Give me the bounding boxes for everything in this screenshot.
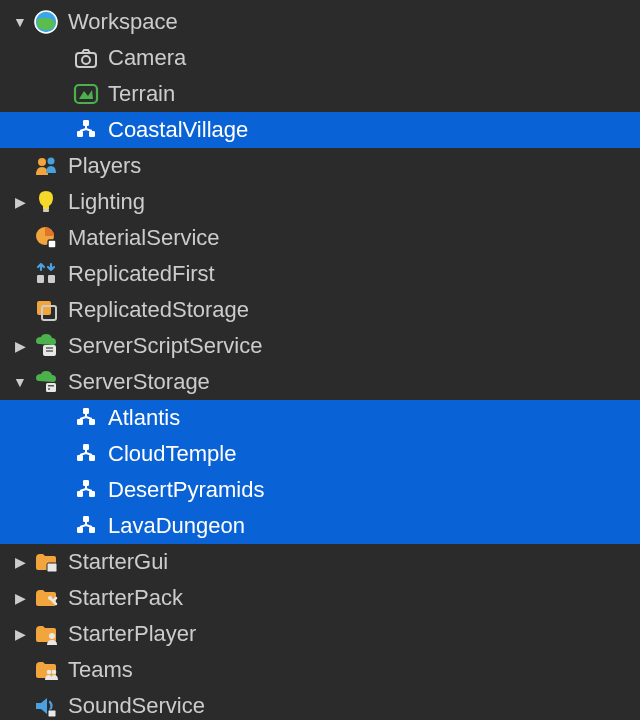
svg-rect-8 [89, 131, 95, 137]
svg-point-39 [47, 670, 52, 675]
tree-row-serverscriptservice[interactable]: ▶ ServerScriptService [0, 328, 640, 364]
tree-label: CoastalVillage [102, 117, 248, 143]
terrain-icon [70, 81, 102, 107]
sound-icon [30, 693, 62, 719]
lighting-icon [30, 189, 62, 215]
explorer-tree: ▼ Workspace ▶ Camera ▶ [0, 0, 640, 720]
svg-rect-33 [83, 516, 89, 522]
svg-rect-29 [89, 455, 95, 461]
tree-label: Terrain [102, 81, 175, 107]
tree-label: DesertPyramids [102, 477, 264, 503]
svg-rect-7 [77, 131, 83, 137]
tree-label: Camera [102, 45, 186, 71]
expand-arrow-down[interactable]: ▼ [10, 374, 30, 390]
svg-rect-6 [83, 120, 89, 126]
expand-arrow-right[interactable]: ▶ [10, 338, 30, 354]
svg-point-37 [48, 596, 52, 600]
svg-rect-22 [48, 385, 54, 387]
svg-rect-41 [48, 710, 56, 717]
tree-row-serverstorage[interactable]: ▼ ServerStorage [0, 364, 640, 400]
svg-rect-15 [48, 275, 55, 283]
tree-row-atlantis[interactable]: ▶ Atlantis [0, 400, 640, 436]
svg-point-38 [49, 633, 55, 639]
model-icon [70, 118, 102, 142]
starterpack-icon [30, 585, 62, 611]
svg-point-1 [37, 18, 55, 30]
svg-rect-28 [77, 455, 83, 461]
svg-point-10 [48, 158, 55, 165]
tree-row-lighting[interactable]: ▶ Lighting [0, 184, 640, 220]
svg-rect-32 [89, 491, 95, 497]
expand-arrow-right[interactable]: ▶ [10, 626, 30, 642]
tree-label: ServerStorage [62, 369, 210, 395]
camera-icon [70, 45, 102, 71]
svg-rect-34 [77, 527, 83, 533]
svg-point-23 [48, 388, 50, 390]
starterplayer-icon [30, 621, 62, 647]
tree-row-starterpack[interactable]: ▶ StarterPack [0, 580, 640, 616]
startergui-icon [30, 549, 62, 575]
tree-label: Teams [62, 657, 133, 683]
tree-label: ReplicatedStorage [62, 297, 249, 323]
tree-label: ServerScriptService [62, 333, 262, 359]
svg-point-9 [38, 158, 46, 166]
tree-row-replicatedfirst[interactable]: ▶ ReplicatedFirst [0, 256, 640, 292]
tree-label: StarterPack [62, 585, 183, 611]
svg-rect-27 [83, 444, 89, 450]
svg-rect-14 [37, 275, 44, 283]
tree-row-teams[interactable]: ▶ Teams [0, 652, 640, 688]
tree-label: Atlantis [102, 405, 180, 431]
tree-row-replicatedstorage[interactable]: ▶ ReplicatedStorage [0, 292, 640, 328]
tree-label: MaterialService [62, 225, 220, 251]
svg-rect-31 [77, 491, 83, 497]
tree-row-starterplayer[interactable]: ▶ StarterPlayer [0, 616, 640, 652]
tree-label: Players [62, 153, 141, 179]
tree-row-terrain[interactable]: ▶ Terrain [0, 76, 640, 112]
serverstorage-icon [30, 369, 62, 395]
tree-label: StarterGui [62, 549, 168, 575]
svg-point-40 [52, 670, 57, 675]
model-icon [70, 514, 102, 538]
svg-rect-36 [47, 563, 57, 572]
model-icon [70, 478, 102, 502]
tree-label: ReplicatedFirst [62, 261, 215, 287]
expand-arrow-down[interactable]: ▼ [10, 14, 30, 30]
tree-row-lavadungeon[interactable]: ▶ LavaDungeon [0, 508, 640, 544]
tree-label: SoundService [62, 693, 205, 719]
svg-rect-24 [83, 408, 89, 414]
svg-rect-25 [77, 419, 83, 425]
tree-row-soundservice[interactable]: ▶ SoundService [0, 688, 640, 720]
svg-rect-11 [43, 209, 49, 212]
svg-rect-30 [83, 480, 89, 486]
tree-row-coastalvillage[interactable]: ▶ CoastalVillage [0, 112, 640, 148]
tree-label: StarterPlayer [62, 621, 196, 647]
svg-rect-16 [37, 301, 51, 315]
tree-row-materialservice[interactable]: ▶ MaterialService [0, 220, 640, 256]
expand-arrow-right[interactable]: ▶ [10, 554, 30, 570]
tree-label: LavaDungeon [102, 513, 245, 539]
svg-rect-35 [89, 527, 95, 533]
material-icon [30, 225, 62, 251]
tree-row-desertpyramids[interactable]: ▶ DesertPyramids [0, 472, 640, 508]
expand-arrow-right[interactable]: ▶ [10, 590, 30, 606]
tree-row-startergui[interactable]: ▶ StarterGui [0, 544, 640, 580]
svg-rect-26 [89, 419, 95, 425]
model-icon [70, 442, 102, 466]
tree-label: Workspace [62, 9, 178, 35]
serverscript-icon [30, 333, 62, 359]
tree-row-cloudtemple[interactable]: ▶ CloudTemple [0, 436, 640, 472]
tree-label: Lighting [62, 189, 145, 215]
tree-row-players[interactable]: ▶ Players [0, 148, 640, 184]
svg-point-4 [82, 56, 90, 64]
tree-row-workspace[interactable]: ▼ Workspace [0, 4, 640, 40]
replicatedfirst-icon [30, 261, 62, 287]
svg-rect-21 [46, 383, 56, 392]
model-icon [70, 406, 102, 430]
teams-icon [30, 657, 62, 683]
expand-arrow-right[interactable]: ▶ [10, 194, 30, 210]
players-icon [30, 153, 62, 179]
replicatedstorage-icon [30, 297, 62, 323]
tree-label: CloudTemple [102, 441, 236, 467]
workspace-icon [30, 9, 62, 35]
tree-row-camera[interactable]: ▶ Camera [0, 40, 640, 76]
